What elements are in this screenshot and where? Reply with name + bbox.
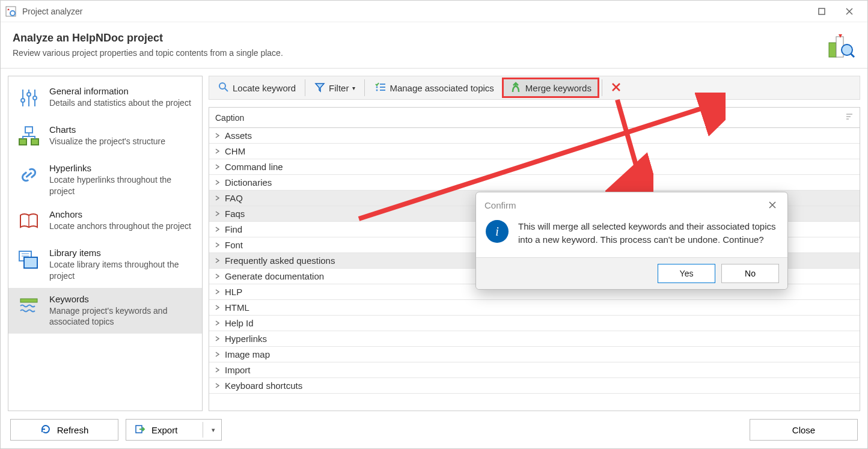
dialog-no-button[interactable]: No	[721, 264, 779, 283]
info-icon: i	[486, 220, 509, 243]
sidebar-item-hyperlinks[interactable]: HyperlinksLocate hyperlinks throughout t…	[8, 157, 202, 203]
titlebar: Project analyzer	[1, 1, 867, 22]
table-row[interactable]: Import	[209, 362, 860, 378]
svg-rect-18	[24, 257, 37, 268]
svg-point-27	[376, 86, 378, 88]
chevron-right-icon	[214, 320, 220, 326]
row-caption: Generate documentation	[225, 271, 324, 281]
row-caption: Frequently asked questions	[225, 255, 335, 266]
locate-keyword-button[interactable]: Locate keyword	[212, 78, 302, 98]
page-title: Analyze an HelpNDoc project	[13, 32, 283, 44]
chevron-right-icon	[214, 180, 220, 186]
page-subtitle: Review various project properties and to…	[13, 48, 283, 58]
dialog-message: This will merge all selected keywords an…	[518, 220, 778, 246]
svg-point-11	[27, 93, 31, 96]
column-caption: Caption	[215, 113, 244, 123]
chevron-right-icon	[214, 164, 220, 170]
sidebar-item-library[interactable]: Library itemsLocate library items throug…	[8, 242, 202, 288]
window-controls	[813, 3, 863, 20]
row-caption: Import	[225, 365, 251, 375]
sidebar-item-label: Keywords	[49, 294, 195, 304]
table-row[interactable]: Keyboard shortcuts	[209, 378, 860, 394]
link-icon	[16, 163, 42, 189]
sidebar-item-label: Hyperlinks	[49, 163, 195, 173]
table-row[interactable]: Help Id	[209, 316, 860, 331]
chevron-right-icon	[214, 227, 220, 233]
chevron-right-icon	[214, 258, 220, 264]
chart-tree-icon	[16, 124, 42, 151]
sidebar-item-label: Charts	[49, 124, 165, 135]
chevron-right-icon	[214, 336, 220, 342]
sort-icon[interactable]	[845, 112, 854, 123]
row-caption: Find	[225, 224, 242, 234]
table-row[interactable]: Hyperlinks	[209, 331, 860, 347]
table-row[interactable]: Assets	[209, 128, 860, 144]
row-caption: Keyboard shortcuts	[225, 380, 302, 391]
row-caption: FAQ	[225, 193, 243, 203]
sidebar-item-anchors[interactable]: AnchorsLocate anchors throughout the pro…	[8, 203, 202, 242]
row-caption: Dictionaries	[225, 177, 272, 188]
dialog-yes-button[interactable]: Yes	[658, 264, 715, 283]
project-analyzer-window: Project analyzer Analyze an HelpNDoc pro…	[0, 0, 868, 449]
search-icon	[218, 82, 229, 94]
refresh-button[interactable]: Refresh	[10, 419, 118, 441]
export-icon	[135, 424, 145, 436]
svg-point-28	[376, 89, 378, 91]
dialog-close-button[interactable]	[766, 198, 779, 212]
list-icon	[374, 82, 386, 94]
row-caption: Command line	[225, 162, 283, 172]
maximize-button[interactable]	[813, 3, 830, 20]
footer: Refresh Export ▾ Close	[1, 411, 867, 448]
merge-keywords-button[interactable]: Merge keywords	[502, 78, 599, 98]
filter-button[interactable]: Filter ▾	[308, 78, 362, 98]
svg-point-12	[33, 96, 37, 100]
delete-button[interactable]	[605, 78, 628, 98]
table-row[interactable]: Dictionaries	[209, 175, 860, 191]
sidebar-item-general[interactable]: General informationDetails and statistic…	[8, 80, 202, 118]
book-icon	[16, 209, 42, 236]
sidebar-item-label: General information	[49, 86, 191, 96]
delete-x-icon	[611, 82, 621, 94]
row-caption: Assets	[225, 130, 252, 141]
funnel-icon	[314, 82, 325, 94]
table-row[interactable]: HTML	[209, 300, 860, 316]
library-icon	[16, 248, 42, 274]
separator	[364, 79, 365, 96]
keywords-icon	[16, 294, 42, 320]
table-row[interactable]: Image map	[209, 347, 860, 362]
close-button[interactable]	[841, 3, 858, 20]
separator	[305, 79, 305, 96]
sliders-icon	[16, 86, 42, 112]
manage-topics-button[interactable]: Manage associated topics	[367, 78, 500, 98]
svg-line-6	[851, 53, 854, 57]
chevron-right-icon	[214, 211, 220, 217]
table-row[interactable]: Command line	[209, 159, 860, 175]
sidebar: General informationDetails and statistic…	[8, 76, 203, 411]
app-icon	[5, 6, 16, 17]
chevron-right-icon	[214, 195, 220, 201]
separator	[602, 79, 602, 96]
chevron-right-icon	[214, 305, 220, 311]
row-caption: CHM	[225, 146, 245, 156]
close-footer-button[interactable]: Close	[750, 419, 858, 441]
table-header[interactable]: Caption	[209, 108, 860, 128]
row-caption: Hyperlinks	[225, 334, 267, 344]
sidebar-item-charts[interactable]: ChartsVisualize the project's structure	[8, 118, 202, 157]
svg-rect-3	[829, 43, 836, 57]
export-button[interactable]: Export ▾	[126, 419, 222, 441]
table-row[interactable]: CHM	[209, 144, 860, 159]
chevron-right-icon	[214, 273, 220, 279]
svg-rect-15	[31, 139, 38, 145]
analyzer-icon	[828, 32, 855, 60]
chevron-right-icon	[214, 148, 220, 154]
row-caption: Image map	[225, 349, 270, 359]
sidebar-item-label: Anchors	[49, 209, 191, 219]
svg-line-23	[225, 88, 228, 91]
chevron-right-icon	[214, 133, 220, 139]
refresh-icon	[40, 424, 51, 436]
sidebar-item-keywords[interactable]: KeywordsManage project's keywords and as…	[8, 288, 202, 334]
svg-point-10	[21, 99, 25, 102]
chevron-right-icon	[214, 352, 220, 358]
toolbar: Locate keyword Filter ▾ Manage associate…	[209, 76, 860, 100]
window-title: Project analyzer	[22, 7, 813, 16]
